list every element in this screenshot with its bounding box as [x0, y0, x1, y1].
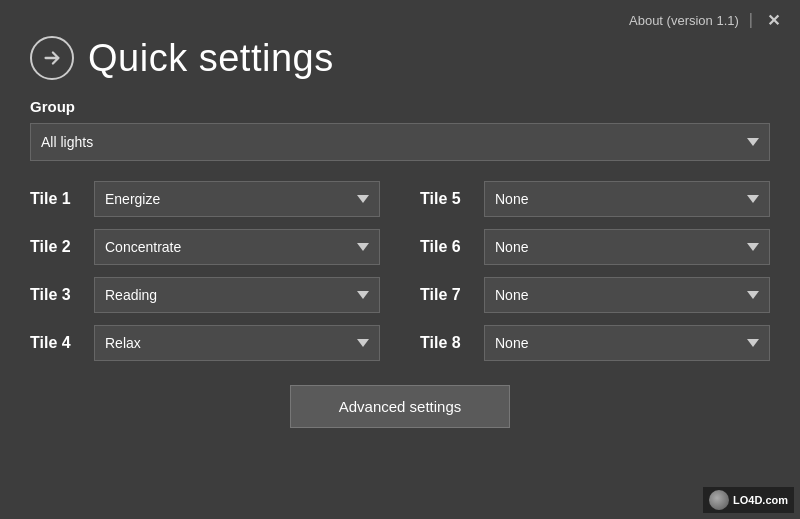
group-label: Group — [30, 98, 770, 115]
tile-7-row: Tile 7 None Energize Concentrate Reading… — [420, 277, 770, 313]
tile-8-label: Tile 8 — [420, 334, 472, 352]
header-row: Quick settings — [30, 36, 770, 80]
tile-4-row: Tile 4 None Energize Concentrate Reading… — [30, 325, 380, 361]
main-content: Quick settings Group All lights Living R… — [0, 36, 800, 448]
page-title: Quick settings — [88, 37, 334, 80]
tile-6-label: Tile 6 — [420, 238, 472, 256]
watermark-logo — [709, 490, 729, 510]
tile-7-label: Tile 7 — [420, 286, 472, 304]
tile-4-label: Tile 4 — [30, 334, 82, 352]
advanced-btn-container: Advanced settings — [30, 385, 770, 428]
tile-6-select[interactable]: None Energize Concentrate Reading Relax … — [484, 229, 770, 265]
tile-8-select[interactable]: None Energize Concentrate Reading Relax … — [484, 325, 770, 361]
tile-5-label: Tile 5 — [420, 190, 472, 208]
watermark-text: LO4D.com — [733, 494, 788, 506]
tile-5-select[interactable]: None Energize Concentrate Reading Relax … — [484, 181, 770, 217]
tile-8-row: Tile 8 None Energize Concentrate Reading… — [420, 325, 770, 361]
tile-4-select[interactable]: None Energize Concentrate Reading Relax … — [94, 325, 380, 361]
tile-2-row: Tile 2 None Energize Concentrate Reading… — [30, 229, 380, 265]
title-bar: About (version 1.1) | ✕ — [0, 0, 800, 36]
tile-6-row: Tile 6 None Energize Concentrate Reading… — [420, 229, 770, 265]
close-button[interactable]: ✕ — [763, 11, 784, 30]
tiles-grid: Tile 1 None Energize Concentrate Reading… — [30, 181, 770, 361]
tile-3-row: Tile 3 None Energize Concentrate Reading… — [30, 277, 380, 313]
about-link[interactable]: About (version 1.1) — [629, 13, 739, 28]
separator: | — [749, 11, 753, 29]
tile-2-label: Tile 2 — [30, 238, 82, 256]
tile-2-select[interactable]: None Energize Concentrate Reading Relax … — [94, 229, 380, 265]
tile-3-label: Tile 3 — [30, 286, 82, 304]
tile-1-select[interactable]: None Energize Concentrate Reading Relax … — [94, 181, 380, 217]
advanced-settings-button[interactable]: Advanced settings — [290, 385, 510, 428]
tile-1-label: Tile 1 — [30, 190, 82, 208]
tile-7-select[interactable]: None Energize Concentrate Reading Relax … — [484, 277, 770, 313]
tile-3-select[interactable]: None Energize Concentrate Reading Relax … — [94, 277, 380, 313]
group-select[interactable]: All lights Living Room Bedroom Kitchen — [30, 123, 770, 161]
watermark: LO4D.com — [703, 487, 794, 513]
tile-1-row: Tile 1 None Energize Concentrate Reading… — [30, 181, 380, 217]
tile-5-row: Tile 5 None Energize Concentrate Reading… — [420, 181, 770, 217]
arrow-right-icon[interactable] — [30, 36, 74, 80]
